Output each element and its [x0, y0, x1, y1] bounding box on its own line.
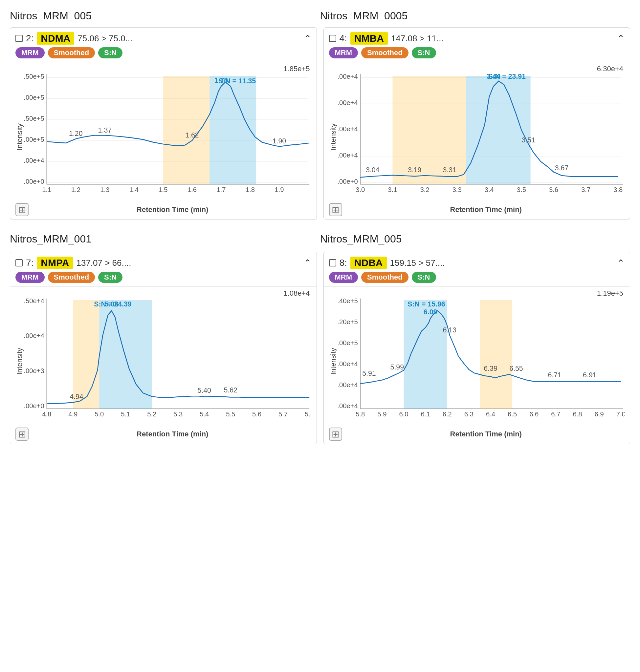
svg-text:3.7: 3.7: [581, 186, 591, 193]
panel-nmba-checkbox[interactable]: [329, 35, 336, 42]
panel-nmba-mass: 147.08 > 11...: [391, 33, 614, 44]
svg-text:3.44: 3.44: [486, 73, 500, 80]
nmba-svg: 8.00e+4 6.00e+4 4.00e+4 2.00e+4 0.00e+0: [337, 67, 625, 200]
svg-text:4.8: 4.8: [42, 410, 51, 418]
svg-text:1.20e+5: 1.20e+5: [337, 318, 358, 326]
panel-nmpa-collapse[interactable]: ⌃: [304, 257, 311, 268]
panel-nmba-header: 4: NMBA 147.08 > 11... ⌃: [324, 28, 630, 47]
panel-ndma-num: 2:: [26, 33, 33, 44]
svg-text:1.37: 1.37: [98, 126, 112, 134]
panel-nmpa-num: 7:: [26, 257, 33, 268]
panel-ndba-header: 8: NDBA 159.15 > 57.... ⌃: [324, 252, 630, 272]
nmpa-add-button[interactable]: ⊞: [15, 428, 29, 441]
panel-nmpa-chart: 1.08e+4 Intensity 1.50e+4 1.00e+4 5.00e+…: [10, 286, 317, 424]
panel-ndma-collapse[interactable]: ⌃: [304, 33, 311, 44]
svg-text:6.7: 6.7: [551, 410, 560, 418]
svg-text:4.00e+4: 4.00e+4: [337, 125, 358, 133]
tag-sn-ndba: S:N: [412, 272, 436, 283]
svg-text:1.5: 1.5: [158, 186, 168, 193]
svg-text:5.08: 5.08: [105, 300, 118, 308]
nmpa-svg: 1.50e+4 1.00e+4 5.00e+3 0.00e+0 4.8: [24, 292, 311, 424]
nmba-highlight-blue: [466, 76, 530, 184]
svg-text:2.50e+5: 2.50e+5: [24, 73, 44, 80]
panel-ndma-name: NDMA: [37, 32, 74, 45]
svg-text:0.00e+0: 0.00e+0: [24, 178, 44, 185]
svg-text:6.39: 6.39: [484, 364, 497, 372]
svg-text:3.3: 3.3: [452, 186, 461, 193]
tag-sn-nmpa: S:N: [98, 272, 122, 283]
svg-text:3.51: 3.51: [522, 136, 535, 144]
svg-text:4.94: 4.94: [70, 393, 83, 401]
svg-text:6.13: 6.13: [443, 326, 456, 334]
svg-text:6.2: 6.2: [442, 410, 451, 418]
ndba-sn-label: S:N = 15.96: [408, 300, 445, 308]
svg-text:5.00e+3: 5.00e+3: [24, 367, 44, 374]
svg-text:2.00e+4: 2.00e+4: [337, 152, 358, 159]
nmba-chart-inner: 8.00e+4 6.00e+4 4.00e+4 2.00e+4 0.00e+0: [337, 67, 625, 200]
panel-nmba-tags: MRM Smoothed S:N: [324, 47, 630, 62]
svg-text:5.91: 5.91: [362, 370, 376, 377]
panel-ndba-name: NDBA: [350, 257, 387, 269]
ndma-add-button[interactable]: ⊞: [15, 203, 29, 216]
nmba-add-button[interactable]: ⊞: [329, 203, 342, 216]
svg-text:5.00e+4: 5.00e+4: [24, 157, 44, 164]
chart-row-1: 2: NDMA 75.06 > 75.0... ⌃ MRM Smoothed S…: [10, 27, 630, 220]
svg-text:3.8: 3.8: [613, 186, 623, 193]
svg-text:1.6: 1.6: [188, 186, 197, 193]
panel-ndma-footer: ⊞ Retention Time (min): [10, 200, 317, 220]
panel-ndma: 2: NDMA 75.06 > 75.0... ⌃ MRM Smoothed S…: [10, 27, 317, 220]
nmpa-y-axis: Intensity: [15, 292, 24, 424]
tag-mrm-ndma: MRM: [15, 47, 45, 58]
svg-text:1.9: 1.9: [275, 186, 284, 193]
svg-text:8.00e+4: 8.00e+4: [337, 73, 358, 80]
panel-ndba-num: 8:: [339, 257, 347, 268]
ndma-x-axis: Retention Time (min): [34, 205, 311, 214]
svg-text:1.3: 1.3: [100, 186, 110, 193]
panel-nmpa-header: 7: NMPA 137.07 > 66.... ⌃: [10, 252, 317, 272]
svg-text:1.75: 1.75: [215, 76, 228, 84]
tag-mrm-ndba: MRM: [329, 272, 358, 283]
svg-text:5.9: 5.9: [377, 410, 387, 418]
ndba-highlight-blue: [404, 300, 447, 409]
svg-text:1.2: 1.2: [71, 186, 81, 193]
panel-nmpa-tags: MRM Smoothed S:N: [10, 272, 317, 286]
tag-mrm-nmba: MRM: [329, 47, 358, 58]
panel-nmba-num: 4:: [339, 33, 347, 44]
svg-text:4.00e+4: 4.00e+4: [337, 402, 358, 409]
tag-smoothed-ndba: Smoothed: [361, 272, 408, 283]
panel-nmpa-checkbox[interactable]: [15, 259, 23, 266]
svg-text:6.00e+4: 6.00e+4: [337, 99, 358, 106]
svg-text:6.71: 6.71: [548, 371, 561, 379]
panel-ndba-tags: MRM Smoothed S:N: [324, 272, 630, 286]
ndba-x-axis: Retention Time (min): [347, 430, 625, 438]
svg-text:5.99: 5.99: [390, 363, 404, 371]
bottom-label-right-1: Nitros_MRM_005: [320, 233, 630, 245]
ndba-add-button[interactable]: ⊞: [329, 428, 342, 441]
panel-nmpa: 7: NMPA 137.07 > 66.... ⌃ MRM Smoothed S…: [10, 252, 317, 444]
svg-text:5.0: 5.0: [94, 410, 104, 418]
panel-nmpa-mass: 137.07 > 66....: [76, 258, 300, 268]
svg-text:1.1: 1.1: [42, 186, 51, 193]
svg-text:3.5: 3.5: [517, 186, 526, 193]
svg-text:3.04: 3.04: [365, 166, 379, 174]
svg-text:8.00e+4: 8.00e+4: [337, 360, 358, 368]
panel-nmba-footer: ⊞ Retention Time (min): [324, 200, 630, 220]
svg-text:5.7: 5.7: [278, 410, 288, 418]
panel-nmpa-footer: ⊞ Retention Time (min): [10, 424, 317, 444]
nmba-y-axis: Intensity: [329, 67, 337, 200]
ndba-chart-wrapper: Intensity 1.40e+5 1.20e+5 1.00e+5 8.00e+…: [329, 292, 625, 424]
ndma-svg: 2.50e+5 2.00e+5 1.50e+5 1.00e+5 5.00e+4 …: [24, 67, 311, 200]
svg-text:1.90: 1.90: [273, 137, 286, 145]
tag-sn-nmba: S:N: [412, 47, 436, 58]
panel-ndma-tags: MRM Smoothed S:N: [10, 47, 317, 62]
svg-text:5.2: 5.2: [147, 410, 156, 418]
bottom-label-left-1: Nitros_MRM_001: [10, 233, 320, 245]
panel-ndba-checkbox[interactable]: [329, 259, 336, 266]
panel-ndma-checkbox[interactable]: [15, 35, 23, 42]
panel-ndba-chart: 1.19e+5 Intensity 1.40e+5 1.20e+5 1.00e+…: [324, 286, 630, 424]
panel-nmba-collapse[interactable]: ⌃: [617, 33, 625, 44]
ndba-svg: 1.40e+5 1.20e+5 1.00e+5 8.00e+4 6.00e+4 …: [337, 292, 625, 424]
svg-text:4.9: 4.9: [68, 410, 77, 418]
svg-text:1.00e+4: 1.00e+4: [24, 332, 44, 339]
panel-ndba-collapse[interactable]: ⌃: [617, 257, 625, 268]
